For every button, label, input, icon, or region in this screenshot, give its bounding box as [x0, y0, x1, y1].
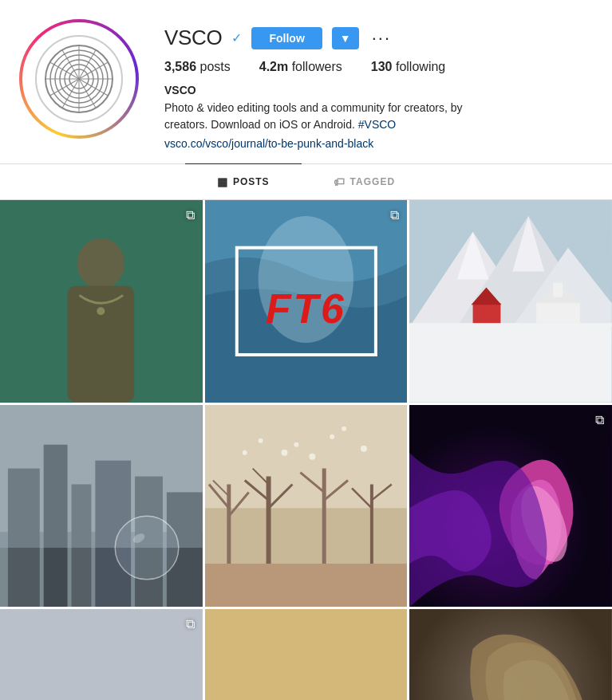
svg-point-66 — [361, 445, 367, 451]
svg-rect-114 — [409, 609, 612, 700]
svg-rect-31 — [536, 301, 580, 323]
followers-stat[interactable]: 4.2m followers — [259, 60, 342, 74]
profile-header-row: VSCO ✓ Follow ▼ ··· — [164, 26, 586, 50]
username: VSCO — [164, 26, 222, 50]
grid-item[interactable] — [205, 609, 408, 700]
bio-name: VSCO — [164, 84, 586, 96]
verified-icon: ✓ — [231, 30, 242, 45]
multi-photo-icon: ⧉ — [390, 208, 399, 222]
svg-point-64 — [258, 438, 263, 442]
tab-posts[interactable]: ▦ POSTS — [185, 163, 302, 199]
svg-rect-33 — [553, 282, 563, 297]
svg-rect-16 — [0, 200, 203, 403]
grid-item[interactable] — [0, 405, 203, 608]
stats-row: 3,586 posts 4.2m followers 130 following — [164, 60, 586, 74]
tabs-container: ▦ POSTS 🏷 TAGGED — [0, 164, 612, 200]
grid-item[interactable]: ⧉ — [0, 609, 203, 700]
svg-rect-28 — [409, 323, 612, 402]
bio-hashtag[interactable]: #VSCO — [358, 118, 396, 131]
svg-point-61 — [281, 449, 287, 455]
grid-item[interactable]: ⧉ — [409, 405, 612, 608]
svg-rect-97 — [205, 609, 408, 700]
svg-point-67 — [242, 450, 247, 454]
grid-icon: ▦ — [217, 175, 228, 188]
grid-item[interactable] — [205, 405, 408, 608]
multi-photo-icon: ⧉ — [186, 208, 195, 222]
svg-rect-95 — [0, 609, 203, 700]
bio-link[interactable]: vsco.co/vsco/journal/to-be-punk-and-blac… — [164, 137, 373, 150]
more-options-button[interactable]: ··· — [369, 28, 394, 49]
tag-icon: 🏷 — [334, 175, 345, 188]
grid-item[interactable]: FT6 ⧉ — [205, 200, 408, 403]
grid-item[interactable]: ⧉ — [0, 200, 203, 403]
svg-point-63 — [309, 453, 315, 459]
photo-grid: ⧉ FT6 ⧉ — [0, 200, 612, 700]
svg-point-68 — [342, 427, 346, 431]
profile-info: VSCO ✓ Follow ▼ ··· 3,586 posts 4.2m fol… — [164, 19, 586, 151]
profile-section: VSCO ✓ Follow ▼ ··· 3,586 posts 4.2m fol… — [0, 0, 612, 163]
svg-rect-69 — [205, 564, 408, 608]
svg-point-62 — [294, 442, 298, 446]
follow-button[interactable]: Follow — [251, 27, 322, 49]
tab-tagged[interactable]: 🏷 TAGGED — [302, 163, 427, 199]
posts-stat[interactable]: 3,586 posts — [164, 60, 231, 74]
avatar[interactable] — [19, 19, 139, 139]
multi-photo-icon: ⧉ — [186, 617, 195, 631]
svg-rect-29 — [473, 303, 501, 323]
grid-item[interactable] — [409, 200, 612, 403]
grid-item[interactable] — [409, 609, 612, 700]
svg-text:FT6: FT6 — [266, 285, 346, 332]
svg-point-65 — [330, 434, 334, 438]
dropdown-button[interactable]: ▼ — [332, 27, 359, 49]
svg-rect-46 — [205, 405, 408, 508]
bio-text: Photo & video editing tools and a commun… — [164, 100, 499, 133]
multi-photo-icon: ⧉ — [595, 413, 604, 427]
svg-rect-42 — [0, 405, 203, 548]
following-stat[interactable]: 130 following — [371, 60, 445, 74]
svg-point-43 — [115, 516, 179, 580]
